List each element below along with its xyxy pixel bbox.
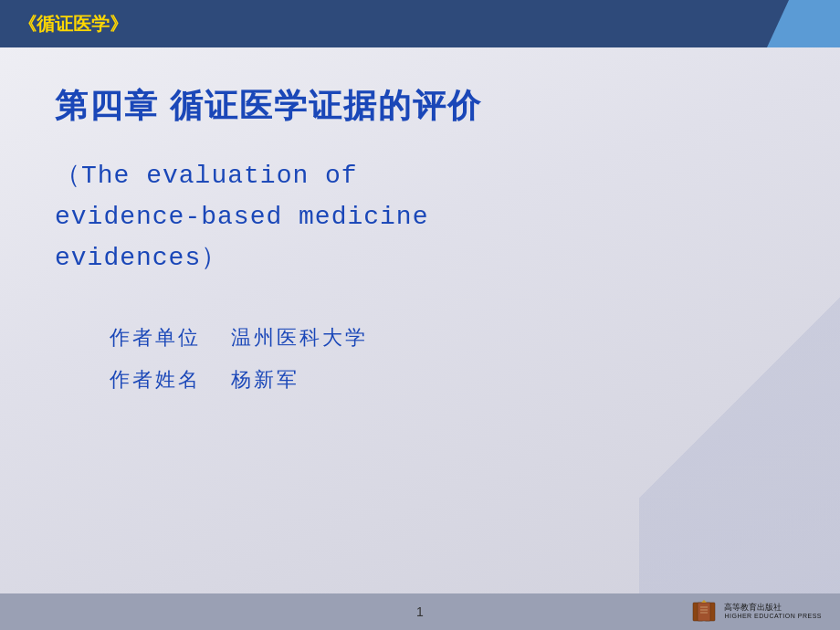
publisher-name-en: HIGHER EDUCATION PRESS	[724, 613, 822, 620]
author-name-row: 作者姓名 杨新军	[110, 366, 785, 394]
svg-rect-2	[698, 603, 710, 621]
author-name-value: 杨新军	[231, 368, 299, 391]
header-title: 《循证医学》	[18, 12, 128, 37]
publisher-icon	[689, 597, 719, 626]
subtitle-line3: evidences）	[55, 238, 785, 279]
content-area: 第四章 循证医学证据的评价 （The evaluation of evidenc…	[0, 47, 840, 593]
publisher-logo: 高等教育出版社 HIGHER EDUCATION PRESS	[689, 597, 822, 626]
author-unit-value: 温州医科大学	[231, 326, 368, 349]
subtitle-line2: evidence-based medicine	[55, 197, 785, 238]
header-bar: 《循证医学》	[0, 0, 840, 47]
subtitle-line1: （The evaluation of	[55, 156, 785, 197]
author-block: 作者单位 温州医科大学 作者姓名 杨新军	[110, 324, 785, 394]
svg-marker-6	[701, 600, 707, 603]
author-unit-row: 作者单位 温州医科大学	[110, 324, 785, 352]
footer-bar: 1 高等教育出版社 HIGHER EDUCATION PRESS	[0, 593, 840, 630]
publisher-text: 高等教育出版社 HIGHER EDUCATION PRESS	[724, 603, 822, 620]
slide-container: 《循证医学》 第四章 循证医学证据的评价 （The evaluation of …	[0, 0, 840, 630]
page-number: 1	[416, 604, 424, 619]
author-name-label: 作者姓名	[110, 368, 201, 391]
subtitle-block: （The evaluation of evidence-based medici…	[55, 156, 785, 278]
chapter-title: 第四章 循证医学证据的评价	[55, 84, 785, 129]
publisher-name-zh: 高等教育出版社	[724, 603, 782, 613]
author-unit-label: 作者单位	[110, 326, 201, 349]
